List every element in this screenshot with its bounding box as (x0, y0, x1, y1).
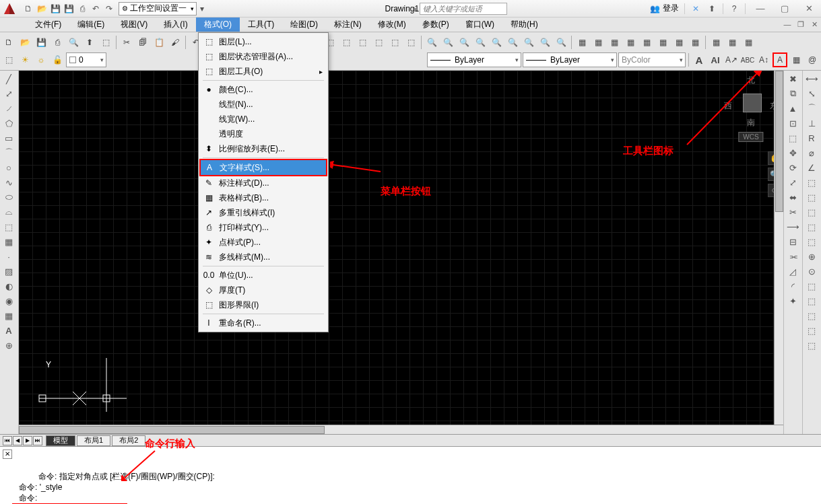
dim-diameter-icon[interactable]: ⌀ (804, 146, 819, 159)
tb-justify-icon[interactable]: @ (805, 52, 820, 67)
dropdown-item[interactable]: ⬚图层(L)... (200, 34, 327, 49)
qat-undo-icon[interactable]: ↶ (90, 3, 101, 14)
ellipse-icon[interactable]: ⬭ (1, 190, 16, 204)
dropdown-item[interactable]: A文字样式(S)... (201, 160, 326, 175)
dropdown-item[interactable]: ✦点样式(P)... (200, 235, 327, 250)
menu-2[interactable]: 视图(V) (112, 17, 156, 32)
search-input[interactable] (420, 3, 507, 15)
close-button[interactable]: ✕ (799, 2, 818, 15)
tb-view-icon[interactable]: ▦ (709, 35, 723, 50)
fillet-icon[interactable]: ◜ (785, 279, 800, 293)
scale-icon[interactable]: ⤢ (785, 176, 800, 189)
dim-break-icon[interactable]: ⬚ (804, 235, 819, 248)
copy-icon[interactable]: ⧉ (785, 87, 800, 100)
tb-view-icon[interactable]: ▦ (623, 35, 638, 50)
dropdown-item[interactable]: ⬚图层状态管理器(A)... (200, 49, 327, 64)
dropdown-item[interactable]: ≋多线样式(M)... (200, 250, 327, 264)
polyline-icon[interactable]: ⟋ (1, 102, 16, 115)
region-icon[interactable]: ◉ (1, 294, 16, 308)
tb-zoom-icon[interactable]: 🔍 (505, 35, 520, 50)
dropdown-item[interactable]: ⬍比例缩放列表(E)... (200, 141, 327, 156)
dim-linear-icon[interactable]: ⟷ (804, 72, 819, 85)
layout-tab[interactable]: 模型 (46, 435, 75, 446)
move-icon[interactable]: ✥ (785, 146, 800, 159)
help-icon[interactable]: ? (729, 3, 740, 14)
qat-print-icon[interactable]: ⎙ (77, 3, 88, 14)
horizontal-scrollbar[interactable] (19, 425, 783, 434)
qat-saveas-icon[interactable]: 💾 (63, 3, 74, 14)
tb-spell-icon[interactable]: ABC (740, 52, 755, 67)
qat-open-icon[interactable]: 📂 (36, 3, 47, 14)
dropdown-item[interactable]: ⬚图层工具(O) (200, 64, 327, 79)
tb-zoom-icon[interactable]: 🔍 (489, 35, 504, 50)
tb-text-style-icon[interactable]: A↗ (724, 52, 739, 67)
share-icon[interactable]: ⬆ (707, 3, 717, 14)
layer-dropdown[interactable]: 0 (66, 52, 106, 67)
menu-8[interactable]: 修改(M) (370, 17, 414, 32)
layout-tab[interactable]: 布局1 (77, 435, 110, 446)
dim-ord-icon[interactable]: ⊥ (804, 116, 819, 130)
menu-11[interactable]: 帮助(H) (502, 17, 546, 32)
edit-icon[interactable]: ⬚ (804, 309, 819, 322)
tb-lock-icon[interactable]: 🔓 (50, 52, 65, 67)
tb-view-icon[interactable]: ▦ (741, 35, 756, 50)
tb-field-icon[interactable]: ▦ (789, 52, 803, 67)
dropdown-item[interactable]: ◇厚度(T) (200, 283, 327, 297)
minimize-button[interactable]: ― (751, 2, 770, 15)
chamfer-icon[interactable]: ◿ (785, 264, 800, 278)
erase-icon[interactable]: ✖ (785, 72, 800, 85)
tb-cut-icon[interactable]: ✂ (119, 35, 134, 50)
dropdown-item[interactable]: 透明度 (200, 127, 327, 141)
tb-layer-icon[interactable]: ⬚ (1, 52, 16, 67)
tb-view-icon[interactable]: ▦ (607, 35, 622, 50)
color-dropdown[interactable]: ByColor (618, 52, 686, 67)
mirror-icon[interactable]: ▲ (785, 102, 800, 115)
dim-quick-icon[interactable]: ⬚ (804, 176, 819, 189)
menu-0[interactable]: 文件(F) (27, 17, 69, 32)
qat-save-icon[interactable]: 💾 (50, 3, 61, 14)
menu-4[interactable]: 格式(O) (196, 17, 240, 32)
menu-7[interactable]: 标注(N) (326, 17, 370, 32)
array-icon[interactable]: ⬚ (785, 131, 800, 145)
tb-new-icon[interactable]: 🗋 (1, 35, 16, 50)
dropdown-item[interactable]: 线型(N)... (200, 97, 327, 112)
tb-zoom-icon[interactable]: 🔍 (457, 35, 471, 50)
tb-zoom-icon[interactable]: 🔍 (537, 35, 552, 50)
block-icon[interactable]: ▦ (1, 235, 16, 248)
dim-space-icon[interactable]: ⬚ (804, 220, 819, 233)
tb-view-icon[interactable]: ▦ (655, 35, 670, 50)
tb-match-icon[interactable]: 🖌 (168, 35, 183, 50)
dropdown-item[interactable]: 线宽(W)... (200, 112, 327, 127)
tb-text-a-icon[interactable]: A (692, 52, 707, 67)
hatch-icon[interactable]: ▨ (1, 264, 16, 278)
tb-view-icon[interactable]: ▦ (688, 35, 702, 50)
offset-icon[interactable]: ⊡ (785, 116, 800, 130)
dropdown-item[interactable]: ●颜色(C)... (200, 82, 327, 97)
tb-view-icon[interactable]: ▦ (671, 35, 686, 50)
tolerance-icon[interactable]: ⊕ (804, 250, 819, 263)
tb-scale-icon[interactable]: A↕ (756, 52, 771, 67)
tb-publish-icon[interactable]: ⬆ (82, 35, 97, 50)
maximize-button[interactable]: ▢ (775, 2, 794, 15)
jog-icon[interactable]: ⬚ (804, 294, 819, 308)
menu-9[interactable]: 参数(P) (414, 17, 457, 32)
circle-icon[interactable]: ○ (1, 161, 16, 174)
dim-angular-icon[interactable]: ∠ (804, 161, 819, 174)
tb-open-icon[interactable]: 📂 (18, 35, 32, 50)
arc-icon[interactable]: ⌒ (1, 146, 16, 159)
tb-zoom-icon[interactable]: 🔍 (554, 35, 568, 50)
tab-first-icon[interactable]: ⏮ (3, 436, 12, 445)
dropdown-item[interactable]: ↗多重引线样式(I) (200, 205, 327, 220)
doc-close-button[interactable]: ✕ (808, 17, 821, 31)
tb-text-ai-icon[interactable]: AI (708, 52, 723, 67)
xline-icon[interactable]: ⤢ (1, 87, 16, 100)
tb-preview-icon[interactable]: 🔍 (66, 35, 81, 50)
rectangle-icon[interactable]: ▭ (1, 131, 16, 145)
trim-icon[interactable]: ✂ (785, 205, 800, 219)
qat-dropdown-icon[interactable]: ▾ (197, 3, 207, 14)
dropdown-item[interactable]: 0.0单位(U)... (200, 268, 327, 283)
style-icon[interactable]: ⬚ (804, 338, 819, 352)
dim-aligned-icon[interactable]: ⤡ (804, 87, 819, 100)
join-icon[interactable]: ⫘ (785, 250, 800, 263)
point-icon[interactable]: · (1, 250, 16, 263)
